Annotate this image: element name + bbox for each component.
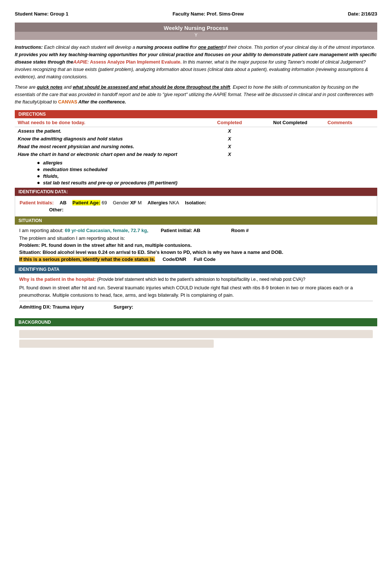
list-item: ftluids, [37, 173, 377, 179]
chart-items-list: allergiesmedication times scheduledftlui… [15, 158, 377, 188]
comments-cell [324, 143, 377, 150]
date-field: Date: 2/16/23 [348, 11, 377, 17]
reporting-row: I am reporting about: 69 yr-old Caucasia… [19, 228, 373, 233]
faculty-name-value: Prof. Sims-Drew [207, 11, 244, 17]
col-completed-header: Completed [203, 118, 256, 127]
col-not-completed-header: Not Completed [256, 118, 324, 127]
problem-description-row: The problem and situation I am reporting… [19, 235, 373, 241]
instructions-para2: These are quick notes and what should be… [15, 84, 377, 106]
document-header: Student Name: Group 1 Faculty Name: Prof… [15, 7, 377, 23]
code-dnr: Code/DNR [162, 256, 186, 262]
task-cell: Read the most recent physician and nursi… [15, 143, 203, 150]
background-section [15, 326, 377, 351]
full-code: Full Code [194, 256, 216, 262]
student-label: Student Name: [15, 11, 49, 17]
reporting-detail: 69 yr-old Caucasian, female, 72.7 kg, [65, 228, 148, 233]
identification-section-header: IDENTIFICATION DATA: [15, 188, 377, 196]
not-completed-cell [256, 127, 324, 135]
why-row: Why is the patient in the hospital: (Pro… [19, 276, 373, 282]
student-name-value: Group 1 [50, 11, 68, 17]
patient-age-label: Patient Age: 69 [72, 200, 107, 205]
completed-cell: X [203, 143, 256, 150]
col-comments-header: Comments [324, 118, 377, 127]
patient-initial-label: Patient initial: AB [161, 228, 200, 233]
task-cell: Know the admitting diagnosis and hold st… [15, 135, 203, 143]
surgery-label: Surgery: [114, 304, 133, 310]
highlight-code-text: If this is a serious problem, identify w… [19, 256, 155, 262]
blurred-row-2 [19, 340, 214, 348]
table-row: Assess the patient. X [15, 127, 377, 135]
faculty-name-field: Faculty Name: Prof. Sims-Drew [172, 11, 244, 17]
completed-cell: X [203, 135, 256, 143]
comments-cell [324, 127, 377, 135]
admitting-row: Admitting DX: Trauma injury Surgery: [19, 304, 373, 310]
patient-info-section: Patient Initials: AB Patient Age: 69 Gen… [15, 196, 377, 217]
comments-cell [324, 135, 377, 143]
situation-section-header: SITUATION [15, 217, 377, 225]
not-completed-cell [256, 143, 324, 150]
table-row: Read the most recent physician and nursi… [15, 143, 377, 150]
col-what-header: What needs to be done today. [15, 118, 203, 127]
date-value: 2/16/23 [361, 11, 377, 17]
gender-field: Gender XF M [113, 200, 142, 205]
patient-description: Pt. found down in street after hit and r… [19, 284, 373, 299]
directions-table: What needs to be done today. Completed N… [15, 118, 377, 158]
student-name-field: Student Name: Group 1 [15, 11, 68, 17]
task-cell: Assess the patient. [15, 127, 203, 135]
patient-initials-value: AB [59, 200, 66, 205]
isolation-field: Isolation: [185, 200, 206, 205]
title-sub: Y [195, 33, 197, 38]
patient-other-row: Other: [20, 207, 372, 212]
not-completed-cell [256, 135, 324, 143]
page-title-banner: Weekly Nursing Process [15, 23, 377, 32]
comments-cell [324, 150, 377, 158]
table-row: Have the chart in hand or electronic cha… [15, 150, 377, 158]
situation-section: I am reporting about: 69 yr-old Caucasia… [15, 225, 377, 265]
instructions-para1: Instructions: Each clinical day each stu… [15, 44, 377, 81]
patient-initials-label: Patient Initials: [20, 200, 54, 205]
identifying-section: Why is the patient in the hospital: (Pro… [15, 273, 377, 313]
title-main: Weekly Nursing Process [164, 25, 228, 31]
date-label: Date: [348, 11, 360, 17]
list-item: medication times scheduled [37, 166, 377, 172]
identifying-section-header: IDENTIFYING DATA [15, 265, 377, 273]
admitting-dx: Admitting DX: Trauma injury [19, 304, 84, 310]
situation-text: Situation: Blood alcohol level was 0.24 … [19, 249, 373, 255]
title-sub-banner: Y [15, 32, 377, 40]
completed-cell: X [203, 127, 256, 135]
instructions-label: Instructions: [15, 45, 43, 50]
patient-initials-row: Patient Initials: AB Patient Age: 69 Gen… [20, 200, 372, 205]
background-section-header: BACKGROUND [15, 318, 377, 326]
code-status-row: If this is a serious problem, identify w… [19, 256, 373, 262]
completed-cell: X [203, 150, 256, 158]
problem-text: Problem: Pt. found down in the street af… [19, 242, 373, 248]
faculty-label: Faculty Name: [172, 11, 205, 17]
table-row: Know the admitting diagnosis and hold st… [15, 135, 377, 143]
not-completed-cell [256, 150, 324, 158]
list-item: stat lab test results and pre-op or proc… [37, 180, 377, 186]
list-item: allergies [37, 160, 377, 166]
allergies-field: Allergies NKA [148, 200, 179, 205]
task-cell: Have the chart in hand or electronic cha… [15, 150, 203, 158]
blurred-row-1 [19, 330, 373, 338]
directions-section-header: DIRECTIONS [15, 110, 377, 118]
room-label: Room # [231, 228, 249, 233]
instructions-block: Instructions: Each clinical day each stu… [15, 44, 377, 106]
